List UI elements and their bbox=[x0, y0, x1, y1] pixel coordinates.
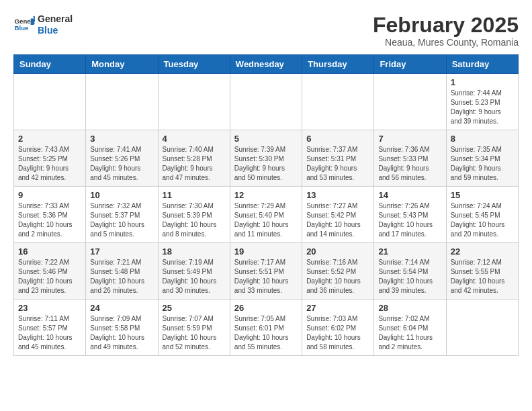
day-info: Sunrise: 7:29 AM Sunset: 5:40 PM Dayligh… bbox=[234, 201, 298, 239]
day-info: Sunrise: 7:12 AM Sunset: 5:55 PM Dayligh… bbox=[451, 258, 514, 295]
day-info: Sunrise: 7:43 AM Sunset: 5:25 PM Dayligh… bbox=[18, 145, 81, 183]
day-info: Sunrise: 7:19 AM Sunset: 5:49 PM Dayligh… bbox=[163, 258, 226, 295]
day-number: 9 bbox=[18, 190, 81, 200]
day-info: Sunrise: 7:30 AM Sunset: 5:39 PM Dayligh… bbox=[163, 201, 226, 239]
calendar-header: SundayMondayTuesdayWednesdayThursdayFrid… bbox=[14, 55, 519, 74]
calendar-cell: 8Sunrise: 7:35 AM Sunset: 5:34 PM Daylig… bbox=[446, 130, 518, 187]
calendar-cell: 19Sunrise: 7:17 AM Sunset: 5:51 PM Dayli… bbox=[230, 243, 302, 300]
logo: General Blue General Blue bbox=[13, 13, 73, 36]
day-number: 11 bbox=[163, 190, 226, 200]
calendar-cell: 24Sunrise: 7:09 AM Sunset: 5:58 PM Dayli… bbox=[86, 300, 158, 356]
weekday-header-row: SundayMondayTuesdayWednesdayThursdayFrid… bbox=[14, 55, 519, 74]
day-number: 17 bbox=[90, 246, 153, 257]
day-number: 25 bbox=[163, 303, 226, 313]
day-info: Sunrise: 7:24 AM Sunset: 5:45 PM Dayligh… bbox=[451, 201, 514, 239]
day-number: 18 bbox=[163, 246, 226, 257]
calendar-cell bbox=[86, 74, 158, 130]
calendar-cell: 6Sunrise: 7:37 AM Sunset: 5:31 PM Daylig… bbox=[302, 130, 374, 187]
day-number: 4 bbox=[163, 134, 226, 144]
calendar-cell: 4Sunrise: 7:40 AM Sunset: 5:28 PM Daylig… bbox=[158, 130, 230, 187]
calendar-cell: 20Sunrise: 7:16 AM Sunset: 5:52 PM Dayli… bbox=[302, 243, 374, 300]
calendar-cell: 14Sunrise: 7:26 AM Sunset: 5:43 PM Dayli… bbox=[374, 187, 446, 243]
day-info: Sunrise: 7:16 AM Sunset: 5:52 PM Dayligh… bbox=[306, 258, 369, 295]
day-info: Sunrise: 7:26 AM Sunset: 5:43 PM Dayligh… bbox=[378, 201, 441, 239]
weekday-header-monday: Monday bbox=[86, 55, 158, 74]
day-info: Sunrise: 7:17 AM Sunset: 5:51 PM Dayligh… bbox=[234, 258, 298, 295]
calendar-cell: 12Sunrise: 7:29 AM Sunset: 5:40 PM Dayli… bbox=[230, 187, 302, 243]
day-info: Sunrise: 7:11 AM Sunset: 5:57 PM Dayligh… bbox=[18, 314, 81, 352]
page-header: General Blue General Blue February 2025 … bbox=[13, 13, 519, 48]
weekday-header-saturday: Saturday bbox=[446, 55, 518, 74]
location: Neaua, Mures County, Romania bbox=[373, 37, 519, 48]
calendar-cell: 18Sunrise: 7:19 AM Sunset: 5:49 PM Dayli… bbox=[158, 243, 230, 300]
day-info: Sunrise: 7:35 AM Sunset: 5:34 PM Dayligh… bbox=[451, 145, 514, 183]
month-year: February 2025 bbox=[373, 13, 519, 37]
calendar-cell: 21Sunrise: 7:14 AM Sunset: 5:54 PM Dayli… bbox=[374, 243, 446, 300]
calendar-cell: 25Sunrise: 7:07 AM Sunset: 5:59 PM Dayli… bbox=[158, 300, 230, 356]
calendar-cell bbox=[302, 74, 374, 130]
day-number: 5 bbox=[234, 134, 298, 144]
day-info: Sunrise: 7:36 AM Sunset: 5:33 PM Dayligh… bbox=[378, 145, 441, 183]
calendar-table: SundayMondayTuesdayWednesdayThursdayFrid… bbox=[13, 54, 519, 356]
day-info: Sunrise: 7:37 AM Sunset: 5:31 PM Dayligh… bbox=[306, 145, 369, 183]
calendar-cell: 28Sunrise: 7:02 AM Sunset: 6:04 PM Dayli… bbox=[374, 300, 446, 356]
day-info: Sunrise: 7:03 AM Sunset: 6:02 PM Dayligh… bbox=[306, 314, 369, 352]
day-number: 10 bbox=[90, 190, 153, 200]
day-number: 3 bbox=[90, 134, 153, 144]
day-info: Sunrise: 7:14 AM Sunset: 5:54 PM Dayligh… bbox=[378, 258, 441, 295]
day-info: Sunrise: 7:22 AM Sunset: 5:46 PM Dayligh… bbox=[18, 258, 81, 295]
day-info: Sunrise: 7:27 AM Sunset: 5:42 PM Dayligh… bbox=[306, 201, 369, 239]
weekday-header-thursday: Thursday bbox=[302, 55, 374, 74]
calendar-cell: 7Sunrise: 7:36 AM Sunset: 5:33 PM Daylig… bbox=[374, 130, 446, 187]
svg-text:Blue: Blue bbox=[15, 24, 29, 32]
day-info: Sunrise: 7:33 AM Sunset: 5:36 PM Dayligh… bbox=[18, 201, 81, 239]
calendar-cell: 1Sunrise: 7:44 AM Sunset: 5:23 PM Daylig… bbox=[446, 74, 518, 130]
calendar-cell: 22Sunrise: 7:12 AM Sunset: 5:55 PM Dayli… bbox=[446, 243, 518, 300]
day-info: Sunrise: 7:32 AM Sunset: 5:37 PM Dayligh… bbox=[90, 201, 153, 239]
calendar-cell: 9Sunrise: 7:33 AM Sunset: 5:36 PM Daylig… bbox=[14, 187, 86, 243]
weekday-header-friday: Friday bbox=[374, 55, 446, 74]
calendar-cell: 3Sunrise: 7:41 AM Sunset: 5:26 PM Daylig… bbox=[86, 130, 158, 187]
calendar-cell: 11Sunrise: 7:30 AM Sunset: 5:39 PM Dayli… bbox=[158, 187, 230, 243]
day-number: 2 bbox=[18, 134, 81, 144]
calendar-cell bbox=[446, 300, 518, 356]
day-info: Sunrise: 7:21 AM Sunset: 5:48 PM Dayligh… bbox=[90, 258, 153, 295]
logo-icon: General Blue bbox=[13, 14, 35, 36]
weekday-header-sunday: Sunday bbox=[14, 55, 86, 74]
day-number: 27 bbox=[306, 303, 369, 313]
day-number: 19 bbox=[234, 246, 298, 257]
day-number: 24 bbox=[90, 303, 153, 313]
day-number: 12 bbox=[234, 190, 298, 200]
day-number: 21 bbox=[378, 246, 441, 257]
calendar-cell: 23Sunrise: 7:11 AM Sunset: 5:57 PM Dayli… bbox=[14, 300, 86, 356]
calendar-cell: 15Sunrise: 7:24 AM Sunset: 5:45 PM Dayli… bbox=[446, 187, 518, 243]
day-number: 7 bbox=[378, 134, 441, 144]
calendar-cell: 10Sunrise: 7:32 AM Sunset: 5:37 PM Dayli… bbox=[86, 187, 158, 243]
calendar-cell bbox=[374, 74, 446, 130]
calendar-cell: 17Sunrise: 7:21 AM Sunset: 5:48 PM Dayli… bbox=[86, 243, 158, 300]
calendar-cell bbox=[14, 74, 86, 130]
day-number: 16 bbox=[18, 246, 81, 257]
calendar-week-row: 23Sunrise: 7:11 AM Sunset: 5:57 PM Dayli… bbox=[14, 300, 519, 356]
calendar-cell bbox=[230, 74, 302, 130]
calendar-week-row: 16Sunrise: 7:22 AM Sunset: 5:46 PM Dayli… bbox=[14, 243, 519, 300]
day-number: 22 bbox=[451, 246, 514, 257]
day-info: Sunrise: 7:05 AM Sunset: 6:01 PM Dayligh… bbox=[234, 314, 298, 352]
weekday-header-tuesday: Tuesday bbox=[158, 55, 230, 74]
day-info: Sunrise: 7:44 AM Sunset: 5:23 PM Dayligh… bbox=[451, 89, 514, 126]
weekday-header-wednesday: Wednesday bbox=[230, 55, 302, 74]
day-info: Sunrise: 7:09 AM Sunset: 5:58 PM Dayligh… bbox=[90, 314, 153, 352]
day-number: 26 bbox=[234, 303, 298, 313]
calendar-week-row: 1Sunrise: 7:44 AM Sunset: 5:23 PM Daylig… bbox=[14, 74, 519, 130]
day-number: 14 bbox=[378, 190, 441, 200]
calendar-cell: 16Sunrise: 7:22 AM Sunset: 5:46 PM Dayli… bbox=[14, 243, 86, 300]
day-number: 15 bbox=[451, 190, 514, 200]
day-number: 8 bbox=[451, 134, 514, 144]
day-info: Sunrise: 7:39 AM Sunset: 5:30 PM Dayligh… bbox=[234, 145, 298, 183]
day-info: Sunrise: 7:41 AM Sunset: 5:26 PM Dayligh… bbox=[90, 145, 153, 183]
calendar-body: 1Sunrise: 7:44 AM Sunset: 5:23 PM Daylig… bbox=[14, 74, 519, 356]
calendar-week-row: 2Sunrise: 7:43 AM Sunset: 5:25 PM Daylig… bbox=[14, 130, 519, 187]
calendar-cell: 13Sunrise: 7:27 AM Sunset: 5:42 PM Dayli… bbox=[302, 187, 374, 243]
title-block: February 2025 Neaua, Mures County, Roman… bbox=[373, 13, 519, 48]
day-info: Sunrise: 7:07 AM Sunset: 5:59 PM Dayligh… bbox=[163, 314, 226, 352]
